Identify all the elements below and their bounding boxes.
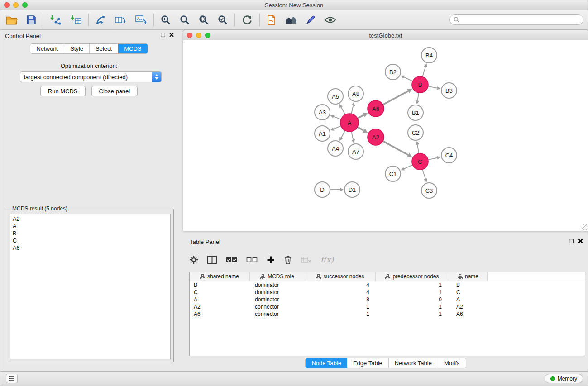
show-columns-button[interactable] — [207, 253, 217, 267]
refresh-layout-button[interactable] — [241, 13, 253, 27]
import-table-file-button[interactable] — [70, 13, 82, 27]
table-cell[interactable]: 8 — [305, 296, 376, 303]
table-cell[interactable]: 0 — [376, 296, 449, 303]
edge-A2-C[interactable] — [383, 141, 408, 155]
table-cell[interactable]: 4 — [305, 281, 376, 289]
tab-network[interactable]: Network — [30, 44, 64, 53]
tab-network-table[interactable]: Network Table — [389, 358, 438, 368]
edge-A-A3[interactable] — [334, 117, 341, 119]
network-canvas[interactable]: AA6A2BCA1A3A4A5A7A8B1B2B3B4C1C2C3C4DD1 — [183, 40, 588, 231]
open-session-document-button[interactable] — [266, 13, 277, 27]
edge-C-C2[interactable] — [417, 145, 419, 154]
edge-A-A7[interactable] — [351, 132, 353, 140]
float-table-panel-icon[interactable] — [569, 239, 574, 243]
resize-grip[interactable] — [582, 224, 588, 230]
tab-select[interactable]: Select — [90, 44, 118, 53]
table-row[interactable]: Bdominator41B — [190, 281, 585, 289]
table-row[interactable]: A2connector11A2 — [190, 303, 585, 310]
edge-A-A1[interactable] — [334, 126, 341, 129]
table-cell[interactable]: A6 — [190, 310, 250, 318]
edge-A-A8[interactable] — [351, 105, 353, 114]
mcds-result-item[interactable]: C — [13, 237, 168, 244]
close-table-panel-icon[interactable] — [578, 238, 583, 243]
import-network-file-button[interactable] — [49, 13, 62, 27]
close-panel-icon[interactable] — [169, 33, 174, 37]
edge-A-A6[interactable] — [358, 115, 364, 118]
table-cell[interactable]: 1 — [376, 310, 449, 318]
tab-motifs[interactable]: Motifs — [438, 358, 466, 368]
save-session-button[interactable] — [26, 13, 36, 27]
task-history-button[interactable] — [6, 374, 18, 383]
table-cell[interactable]: A — [449, 296, 488, 303]
delete-column-button[interactable] — [284, 253, 292, 267]
edge-A-A2[interactable] — [358, 127, 364, 131]
delete-table-button[interactable] — [301, 253, 311, 267]
close-panel-button[interactable]: Close panel — [91, 86, 138, 96]
edge-A6-B[interactable] — [383, 91, 408, 105]
tab-node-table[interactable]: Node Table — [306, 358, 347, 368]
edge-C-C3[interactable] — [422, 169, 425, 179]
run-mcds-button[interactable]: Run MCDS — [40, 86, 86, 96]
function-builder-button[interactable]: f(x) — [320, 253, 334, 267]
column-header-name[interactable]: name — [449, 272, 488, 281]
import-network-url-button[interactable] — [95, 13, 106, 27]
mcds-result-item[interactable]: A — [13, 223, 168, 230]
column-header-shared-name[interactable]: shared name — [190, 272, 250, 281]
tab-mcds[interactable]: MCDS — [118, 44, 147, 53]
table-cell[interactable]: B — [190, 281, 250, 289]
table-row[interactable]: A6connector11A6 — [190, 310, 585, 318]
mcds-result-list[interactable]: A2ABCA6 — [10, 214, 171, 359]
zoom-in-button[interactable] — [160, 13, 171, 27]
table-cell[interactable]: B — [449, 281, 488, 289]
table-cell[interactable]: dominator — [250, 296, 305, 303]
edge-B-B4[interactable] — [422, 67, 425, 77]
tab-style[interactable]: Style — [64, 44, 90, 53]
mcds-result-item[interactable]: B — [13, 230, 168, 237]
table-cell[interactable]: A2 — [449, 303, 488, 310]
criterion-dropdown[interactable]: largest connected component (directed) — [20, 71, 162, 82]
table-cell[interactable]: connector — [250, 303, 305, 310]
style-brush-button[interactable] — [305, 13, 316, 27]
table-cell[interactable]: 1 — [305, 310, 376, 318]
export-image-button[interactable] — [135, 13, 147, 27]
memory-button[interactable]: Memory — [545, 374, 583, 383]
select-all-button[interactable] — [226, 253, 237, 267]
column-header-successor-nodes[interactable]: successor nodes — [305, 272, 376, 281]
zoom-fit-button[interactable] — [198, 13, 209, 27]
table-cell[interactable]: A6 — [449, 310, 488, 318]
unselect-all-button[interactable] — [246, 253, 258, 267]
show-hide-button[interactable] — [324, 13, 336, 27]
network-graph[interactable]: AA6A2BCA1A3A4A5A7A8B1B2B3B4C1C2C3C4DD1 — [183, 40, 588, 231]
edge-B-B3[interactable] — [428, 86, 437, 88]
table-settings-button[interactable] — [189, 253, 198, 267]
table-cell[interactable]: dominator — [250, 289, 305, 296]
table-cell[interactable]: 4 — [305, 289, 376, 296]
new-network-button[interactable] — [115, 13, 127, 27]
table-cell[interactable]: A2 — [190, 303, 250, 310]
table-cell[interactable]: 1 — [376, 289, 449, 296]
table-cell[interactable]: 1 — [376, 281, 449, 289]
table-cell[interactable]: 1 — [305, 303, 376, 310]
edge-C-C1[interactable] — [404, 165, 413, 169]
edge-B-B1[interactable] — [417, 93, 419, 101]
zoom-out-button[interactable] — [179, 13, 190, 27]
table-row[interactable]: Cdominator41C — [190, 289, 585, 296]
edge-A-A4[interactable] — [341, 131, 345, 138]
table-cell[interactable]: dominator — [250, 281, 305, 289]
float-panel-icon[interactable] — [161, 33, 165, 37]
network-window-titlebar[interactable]: testGlobe.txt — [183, 30, 588, 40]
search-box[interactable] — [449, 14, 583, 25]
table-cell[interactable]: A — [190, 296, 250, 303]
mcds-result-item[interactable]: A6 — [13, 244, 168, 252]
tab-edge-table[interactable]: Edge Table — [347, 358, 389, 368]
edge-B-B2[interactable] — [404, 77, 412, 81]
table-cell[interactable]: connector — [250, 310, 305, 318]
mcds-result-item[interactable]: A2 — [13, 215, 168, 223]
table-cell[interactable]: C — [449, 289, 488, 296]
edge-C-C4[interactable] — [428, 158, 437, 160]
open-file-button[interactable] — [6, 13, 18, 27]
search-input[interactable] — [462, 16, 579, 23]
edge-A-A5[interactable] — [341, 107, 345, 115]
add-column-button[interactable] — [267, 253, 275, 267]
column-header-predecessor-nodes[interactable]: predecessor nodes — [376, 272, 449, 281]
